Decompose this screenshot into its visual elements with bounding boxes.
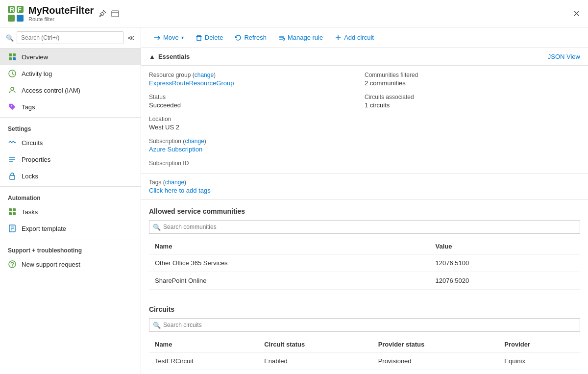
circuit-status: Enabled — [258, 352, 372, 370]
automation-section-header: Automation — [0, 189, 141, 203]
community-value: 12076:5020 — [430, 272, 580, 290]
search-input[interactable] — [17, 31, 123, 44]
circuits-col-provider: Provider — [498, 337, 580, 352]
subscription-id-item: Subscription ID — [149, 160, 365, 168]
circuits-col-circuit-status: Circuit status — [258, 337, 372, 352]
communities-col-name: Name — [149, 239, 430, 254]
communities-search-wrapper: 🔍 — [149, 220, 580, 234]
share-icon — [111, 10, 119, 18]
delete-button[interactable]: Delete — [191, 31, 228, 44]
status-label: Status — [149, 94, 365, 100]
sidebar-item-access-control[interactable]: Access control (IAM) — [0, 82, 141, 99]
essentials-col-right: Communities filtered 2 communities Circu… — [365, 72, 580, 168]
essentials-col-left: Resource group (change) ExpressRouteReso… — [149, 72, 365, 168]
tasks-label: Tasks — [22, 208, 38, 216]
tags-label: Tags (change) — [149, 179, 580, 186]
circuits-associated-item: Circuits associated 1 circuits — [365, 94, 580, 109]
overview-label: Overview — [22, 53, 48, 61]
circuits-section: Circuits 🔍 Name Circuit status Provider … — [141, 298, 588, 370]
access-control-icon — [8, 86, 17, 95]
access-control-label: Access control (IAM) — [22, 87, 80, 94]
communities-filtered-label: Communities filtered — [365, 72, 580, 78]
svg-text:R: R — [10, 6, 15, 13]
status-item: Status Succeeded — [149, 94, 365, 109]
sidebar-item-activity-log[interactable]: Activity log — [0, 65, 141, 82]
locks-label: Locks — [22, 173, 38, 180]
sidebar-item-circuits[interactable]: Circuits — [0, 134, 141, 151]
circuits-col-name: Name — [149, 337, 258, 352]
communities-search-icon: 🔍 — [153, 224, 161, 231]
sidebar-item-tasks[interactable]: Tasks — [0, 203, 141, 220]
table-row: TestERCircuitEnabledProvisionedEquinix — [149, 352, 580, 370]
content-area: ▲ Essentials JSON View Resource group (c… — [141, 48, 588, 374]
circuits-label: Circuits — [22, 139, 43, 147]
route-filter-icon: R F — [8, 6, 24, 22]
resource-group-label: Resource group (change) — [149, 72, 365, 78]
app-container: R F MyRouteFilter Route filter ✕ 🔍 ≪ — [0, 0, 588, 374]
tags-label: Tags — [22, 103, 35, 111]
sidebar-item-properties[interactable]: Properties — [0, 151, 141, 168]
add-circuit-button[interactable]: Add circuit — [330, 31, 379, 44]
community-name: SharePoint Online — [149, 272, 430, 290]
pin-button[interactable] — [98, 10, 106, 18]
move-button[interactable]: Move ▾ — [149, 31, 189, 44]
svg-rect-8 — [13, 53, 16, 56]
circuits-table: Name Circuit status Provider status Prov… — [149, 337, 580, 370]
svg-rect-10 — [13, 57, 16, 60]
collapse-button[interactable]: ≪ — [127, 34, 135, 42]
overview-icon — [8, 52, 17, 61]
refresh-button[interactable]: Refresh — [230, 31, 271, 44]
circuits-search-input[interactable] — [149, 318, 580, 332]
close-button[interactable]: ✕ — [573, 8, 580, 19]
share-button[interactable] — [111, 10, 119, 18]
sidebar-item-overview[interactable]: Overview — [0, 49, 141, 65]
essentials-grid: Resource group (change) ExpressRouteReso… — [141, 66, 588, 174]
communities-table: Name Value Other Office 365 Services1207… — [149, 239, 580, 290]
circuits-search-wrapper: 🔍 — [149, 318, 580, 332]
circuits-col-provider-status: Provider status — [372, 337, 499, 352]
pin-icon — [98, 10, 106, 18]
page-subtitle: Route filter — [28, 16, 94, 22]
resource-group-change-link[interactable]: change — [195, 72, 214, 78]
subscription-value[interactable]: Azure Subscription — [149, 146, 365, 153]
sidebar-item-export-template[interactable]: Export template — [0, 220, 141, 237]
circuits-associated-label: Circuits associated — [365, 94, 580, 100]
header-left: R F MyRouteFilter Route filter — [8, 5, 119, 22]
svg-rect-18 — [9, 208, 12, 211]
communities-filtered-value: 2 communities — [365, 79, 580, 87]
tags-change-link[interactable]: change — [165, 179, 184, 186]
communities-filtered-item: Communities filtered 2 communities — [365, 72, 580, 87]
locks-icon — [8, 172, 17, 180]
manage-rule-button[interactable]: Manage rule — [273, 31, 328, 44]
tags-add-link[interactable]: Click here to add tags — [149, 187, 580, 194]
main-content: Move ▾ Delete Refresh Manage rule — [141, 27, 588, 374]
sidebar-item-new-support[interactable]: New support request — [0, 256, 141, 273]
json-view-link[interactable]: JSON View — [548, 53, 580, 60]
refresh-icon — [235, 34, 242, 41]
body: 🔍 ≪ Overview Activity log — [0, 27, 588, 374]
communities-search-input[interactable] — [149, 220, 580, 234]
properties-label: Properties — [22, 156, 50, 163]
svg-rect-7 — [9, 53, 12, 56]
sidebar: 🔍 ≪ Overview Activity log — [0, 27, 141, 374]
essentials-header: ▲ Essentials JSON View — [141, 48, 588, 66]
svg-point-27 — [12, 266, 12, 267]
svg-rect-28 — [197, 36, 201, 41]
subscription-change-link[interactable]: change — [185, 138, 204, 145]
search-icon: 🔍 — [6, 34, 14, 42]
new-support-icon — [8, 260, 17, 269]
new-support-label: New support request — [22, 261, 80, 268]
communities-table-header: Name Value — [149, 239, 580, 254]
sidebar-item-tags[interactable]: Tags — [0, 99, 141, 115]
sidebar-item-locks[interactable]: Locks — [0, 168, 141, 184]
svg-rect-17 — [10, 175, 15, 179]
subscription-id-label: Subscription ID — [149, 160, 365, 167]
export-template-label: Export template — [22, 225, 66, 232]
svg-rect-6 — [112, 11, 119, 17]
status-value: Succeeded — [149, 101, 365, 109]
activity-log-label: Activity log — [22, 70, 52, 77]
resource-group-item: Resource group (change) ExpressRouteReso… — [149, 72, 365, 87]
tasks-icon — [8, 207, 17, 216]
toolbar: Move ▾ Delete Refresh Manage rule — [141, 27, 588, 48]
resource-group-value[interactable]: ExpressRouteResourceGroup — [149, 79, 365, 87]
